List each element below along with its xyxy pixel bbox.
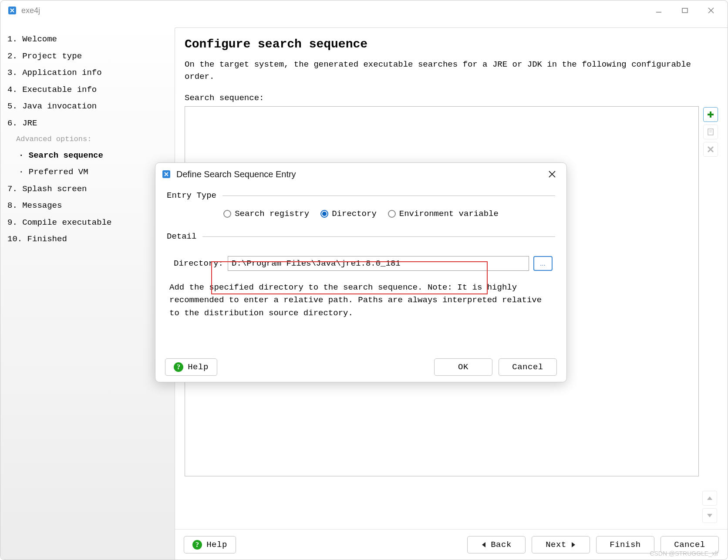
directory-hint: Add the specified directory to the searc… — [169, 281, 553, 320]
entry-type-label: Entry Type — [167, 191, 216, 200]
step-java-invocation[interactable]: 5. Java invocation — [7, 98, 169, 115]
svg-rect-2 — [682, 8, 688, 13]
minimize-button[interactable] — [646, 2, 672, 19]
dialog-help-label: Help — [188, 362, 209, 372]
radio-icon — [388, 210, 396, 218]
edit-entry-button[interactable] — [703, 125, 718, 139]
step-preferred-vm[interactable]: · Preferred VM — [7, 164, 169, 181]
define-search-sequence-dialog: Define Search Sequence Entry Entry Type … — [155, 162, 567, 382]
page-title: Configure search sequence — [185, 37, 719, 51]
radio-label: Search registry — [235, 209, 309, 219]
browse-button[interactable]: … — [533, 256, 553, 271]
step-executable-info[interactable]: 4. Executable info — [7, 81, 169, 98]
back-button[interactable]: Back — [467, 536, 526, 553]
radio-search-registry[interactable]: Search registry — [223, 209, 309, 219]
search-sequence-tools — [702, 106, 719, 476]
dialog-title: Define Search Sequence Entry — [176, 169, 296, 179]
add-entry-button[interactable] — [703, 107, 718, 122]
csdn-watermark: CSDN @STRUGGLE_xlf — [650, 550, 718, 557]
step-welcome[interactable]: 1. Welcome — [7, 31, 169, 48]
advanced-options-label: Advanced options: — [7, 132, 169, 147]
step-splash-screen[interactable]: 7. Splash screen — [7, 181, 169, 198]
help-icon: ? — [192, 540, 202, 550]
radio-icon — [223, 210, 231, 218]
ellipsis-icon: … — [540, 260, 546, 267]
remove-entry-button[interactable] — [703, 142, 718, 157]
directory-label: Directory: — [174, 259, 223, 268]
cancel-label: Cancel — [674, 540, 705, 550]
sidebar-watermark: exe4j — [129, 554, 169, 560]
help-label: Help — [206, 540, 227, 550]
separator — [202, 236, 555, 237]
radio-environment-variable[interactable]: Environment variable — [388, 209, 499, 219]
dialog-cancel-label: Cancel — [512, 362, 543, 372]
next-label: Next — [546, 540, 566, 550]
dialog-cancel-button[interactable]: Cancel — [499, 358, 557, 376]
radio-label: Directory — [332, 209, 377, 219]
step-jre[interactable]: 6. JRE — [7, 115, 169, 132]
ok-label: OK — [458, 362, 468, 372]
step-search-sequence[interactable]: · Search sequence — [7, 147, 169, 164]
radio-icon — [320, 210, 328, 218]
directory-input[interactable] — [228, 256, 529, 271]
step-application-info[interactable]: 3. Application info — [7, 64, 169, 81]
dialog-footer: ? Help OK Cancel — [155, 352, 566, 382]
dialog-titlebar[interactable]: Define Search Sequence Entry — [155, 163, 566, 186]
step-messages[interactable]: 8. Messages — [7, 197, 169, 214]
move-up-button[interactable] — [702, 491, 717, 506]
help-button[interactable]: ? Help — [184, 536, 236, 553]
triangle-left-icon — [481, 542, 486, 548]
wizard-steps-sidebar: 1. Welcome 2. Project type 3. Applicatio… — [0, 20, 175, 560]
step-finished[interactable]: 10. Finished — [7, 231, 169, 248]
main-window: exe4j 1. Welcome 2. Project type 3. Appl… — [0, 0, 728, 560]
step-compile-executable[interactable]: 9. Compile executable — [7, 214, 169, 231]
dialog-close-button[interactable] — [541, 165, 563, 183]
separator — [222, 196, 555, 196]
close-button[interactable] — [698, 2, 724, 19]
window-title: exe4j — [21, 6, 40, 15]
triangle-right-icon — [571, 542, 576, 548]
step-project-type[interactable]: 2. Project type — [7, 48, 169, 65]
app-icon — [7, 6, 17, 15]
radio-directory[interactable]: Directory — [320, 209, 377, 219]
next-button[interactable]: Next — [532, 536, 590, 553]
finish-label: Finish — [610, 540, 640, 550]
detail-label: Detail — [167, 232, 196, 241]
dialog-app-icon — [162, 169, 171, 179]
dialog-help-button[interactable]: ? Help — [165, 358, 217, 376]
radio-label: Environment variable — [399, 209, 499, 219]
page-description: On the target system, the generated exec… — [185, 59, 719, 83]
main-footer: ? Help Back Next Finish Cancel — [175, 529, 728, 560]
dialog-ok-button[interactable]: OK — [434, 358, 492, 376]
titlebar[interactable]: exe4j — [0, 0, 728, 20]
search-sequence-label: Search sequence: — [185, 93, 719, 103]
maximize-button[interactable] — [672, 2, 698, 19]
back-label: Back — [491, 540, 512, 550]
help-icon: ? — [174, 362, 183, 372]
finish-button[interactable]: Finish — [596, 536, 654, 553]
move-down-button[interactable] — [702, 508, 717, 523]
